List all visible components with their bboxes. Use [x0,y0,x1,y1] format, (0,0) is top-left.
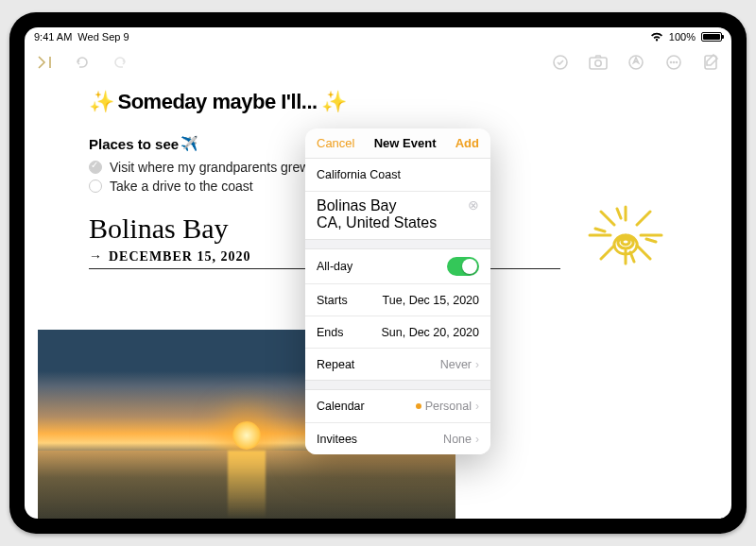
event-location-field[interactable]: Bolinas Bay CA, United States ⊗ [305,191,490,239]
ends-row[interactable]: Ends Sun, Dec 20, 2020 [305,316,490,348]
status-date: Wed Sep 9 [77,31,129,43]
checklist-item-label: Take a drive to the coast [110,179,253,194]
more-button[interactable] [663,52,684,73]
photo-reflection [228,451,266,519]
markup-button[interactable] [626,52,646,73]
note-title[interactable]: ✨ Someday maybe I'll... ✨ [89,90,694,114]
repeat-row[interactable]: Repeat Never› [305,348,490,380]
clear-icon[interactable]: ⊗ [468,197,479,213]
starts-row[interactable]: Starts Tue, Dec 15, 2020 [305,283,490,316]
photo-sun [232,421,261,450]
status-time: 9:41 AM [34,31,72,43]
chevron-right-icon: › [475,358,479,371]
sun-drawing[interactable] [578,197,673,292]
sparkle-icon: ✨ [321,90,347,114]
wifi-icon [650,32,663,42]
svg-point-5 [671,62,672,63]
event-title-field[interactable]: California Coast [305,159,490,191]
compose-button[interactable] [701,52,722,73]
checklist-button[interactable] [550,52,571,73]
svg-point-7 [677,62,678,63]
status-bar: 9:41 AM Wed Sep 9 100% [25,27,731,46]
new-event-popover: Cancel New Event Add California Coast Bo… [305,128,490,454]
calendar-color-dot [416,403,421,409]
redo-button[interactable] [110,52,130,73]
cancel-button[interactable]: Cancel [317,136,354,150]
all-day-toggle[interactable] [447,257,479,276]
chevron-right-icon: › [475,400,479,413]
svg-point-6 [674,62,675,63]
all-day-row: All-day [305,249,490,283]
popover-title: New Event [374,136,437,150]
checkbox-unchecked-icon[interactable] [89,179,102,193]
svg-point-2 [595,60,601,66]
popover-header: Cancel New Event Add [305,128,490,158]
undo-button[interactable] [72,52,93,73]
notes-toolbar [25,46,731,78]
ipad-frame: 9:41 AM Wed Sep 9 100% [9,12,747,534]
add-button[interactable]: Add [455,136,479,150]
screen: 9:41 AM Wed Sep 9 100% [25,27,731,519]
invitees-row[interactable]: Invitees None› [305,422,490,454]
checklist-item-label: Visit where my grandparents grew up [110,160,328,175]
checkbox-checked-icon[interactable] [89,161,102,174]
airplane-icon: ✈️ [180,135,198,152]
chevron-right-icon: › [475,433,479,446]
sparkle-icon: ✨ [89,90,114,114]
status-battery-pct: 100% [669,31,696,43]
calendar-row[interactable]: Calendar Personal› [305,390,490,422]
camera-button[interactable] [588,52,609,73]
svg-rect-1 [590,58,607,69]
collapse-sidebar-button[interactable] [34,52,55,73]
arrow-right-icon: → [89,248,103,264]
battery-icon [701,32,722,42]
desk-surface: 9:41 AM Wed Sep 9 100% [0,0,756,546]
